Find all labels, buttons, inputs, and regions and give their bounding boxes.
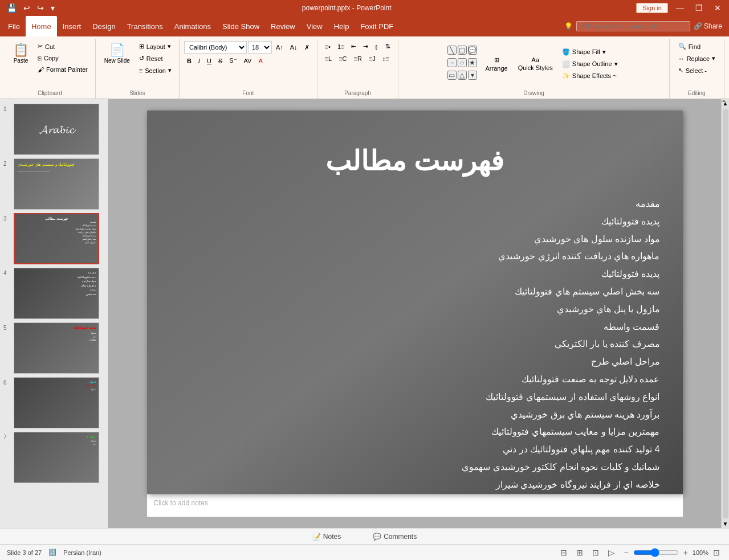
menu-insert[interactable]: Insert [57,16,87,36]
arrange-button[interactable]: ⊞ Arrange [482,54,512,75]
replace-button[interactable]: ↔ Replace ▾ [674,53,719,64]
slide-thumb-7[interactable]: 7 عنوان ۷ محتوامتن [3,432,104,483]
menu-transitions[interactable]: Transitions [121,16,169,36]
comments-tab[interactable]: 💬 Comments [368,530,421,543]
find-button[interactable]: 🔍 Find [674,41,704,52]
menu-view[interactable]: View [301,16,328,36]
increase-font-button[interactable]: A↑ [273,42,286,52]
undo-button[interactable]: ↩ [21,2,32,14]
menu-foxit[interactable]: Foxit PDF [355,16,399,36]
bullets-button[interactable]: ≡• [322,42,333,52]
justify-button[interactable]: ≡J [366,54,378,64]
text-direction-button[interactable]: ⇅ [382,41,393,52]
shape-fill-button[interactable]: 🪣 Shape Fill ▾ [559,47,621,58]
customize-qa-button[interactable]: ▾ [48,2,57,14]
columns-button[interactable]: ⫿ [372,42,381,52]
slide-thumb-3[interactable]: 3 فهرست مطالب مقدمهپديده فتوولتائيكمواد … [3,213,104,264]
slideshow-button[interactable]: ▷ [606,547,617,558]
slide-image-7[interactable]: عنوان ۷ محتوامتن [14,432,99,483]
quick-styles-button[interactable]: Aa Quick Styles [514,54,557,74]
line-spacing-button[interactable]: ↕≡ [380,54,392,64]
menu-design[interactable]: Design [87,16,121,36]
more-shapes[interactable]: ▾ [468,71,477,80]
underline-button[interactable]: U [204,56,214,66]
align-center-button[interactable]: ≡C [336,54,349,64]
new-slide-button[interactable]: 📄 New Slide [100,41,134,67]
align-right-button[interactable]: ≡R [351,54,365,64]
rounded-rect-shape[interactable]: ▢ [458,46,467,55]
numbering-button[interactable]: 1≡ [335,42,348,52]
star-shape[interactable]: ★ [468,58,477,67]
maximize-button[interactable]: ❐ [692,2,706,14]
close-button[interactable]: ✕ [711,2,724,14]
copy-button[interactable]: ⎘ Copy [35,53,91,63]
fit-slide-button[interactable]: ⊡ [711,547,722,558]
right-scrollbar[interactable]: ▲ ▼ [721,99,729,528]
reset-button[interactable]: ↺ Reset [136,53,174,64]
zoom-level: 100% [693,549,708,556]
layout-button[interactable]: ⊞ Layout ▾ [136,41,174,52]
slide-notes-area[interactable]: Click to add notes [147,494,683,517]
normal-view-button[interactable]: ⊟ [558,547,569,558]
zoom-slider[interactable] [633,548,679,557]
clear-format-button[interactable]: ✗ [302,42,312,53]
font-size-select[interactable]: 18 [248,41,272,54]
align-left-button[interactable]: ≡L [322,54,335,64]
line-shape[interactable]: ╲ [447,46,457,55]
menu-slideshow[interactable]: Slide Show [217,16,265,36]
triangle-shape[interactable]: △ [458,71,467,80]
shape-outline-button[interactable]: ⬜ Shape Outline ▾ [559,59,621,70]
slide-thumb-5[interactable]: 5 پديده فتوولتائيك محتوامتناطلاعات [3,322,104,374]
italic-button[interactable]: I [196,56,203,66]
slide-image-1[interactable]: 𝓐𝓻𝓪𝓫𝓲𝓬 [14,104,99,155]
menu-review[interactable]: Review [265,16,301,36]
minimize-button[interactable]: — [673,2,687,14]
slide-thumb-2[interactable]: 2 فتوولتائيك و سيستم هاي خورشيدي ───────… [3,158,104,210]
slide-image-5[interactable]: پديده فتوولتائيك محتوامتناطلاعات [14,322,99,374]
char-spacing-button[interactable]: AV [241,56,255,66]
strikethrough-button[interactable]: S [215,56,225,66]
scroll-thumb [723,109,728,518]
scroll-down-button[interactable]: ▼ [723,521,728,527]
decrease-indent-button[interactable]: ⇤ [348,41,359,52]
increase-indent-button[interactable]: ⇥ [360,41,371,52]
menu-file[interactable]: File [2,16,26,36]
tell-me-input[interactable] [576,21,690,31]
cut-button[interactable]: ✂ Cut [35,41,91,52]
slide-canvas[interactable]: فهرست مطالب مقدمه پديده فتوولتائيك مواد … [147,111,683,494]
slide-image-2[interactable]: فتوولتائيك و سيستم هاي خورشيدي ─────────… [14,158,99,210]
format-painter-button[interactable]: 🖌 Format Painter [35,64,91,75]
slide-item-2: مواد سازنده سلول هاي خورشيدي [462,231,659,248]
signin-button[interactable]: Sign in [636,3,668,13]
shadow-button[interactable]: S⁻ [226,55,239,66]
slide-thumb-1[interactable]: 1 𝓐𝓻𝓪𝓫𝓲𝓬 [3,104,104,155]
slide-thumb-4[interactable]: 4 مقدمهپديده فتوولتائيكمواد سازندهماهوار… [3,268,104,319]
rect-shape[interactable]: ▭ [447,71,457,80]
notes-tab[interactable]: 📝 Notes [308,530,345,543]
callout-shape[interactable]: 💬 [468,46,477,55]
paste-button[interactable]: 📋 Paste [9,41,32,67]
share-button[interactable]: 🔗 Share [694,22,722,30]
zoom-out-button[interactable]: − [621,547,630,558]
slide-image-6[interactable]: عنوان نكات مهم محتوا [14,377,99,428]
slide-image-4[interactable]: مقدمهپديده فتوولتائيكمواد سازندهماهواره … [14,268,99,319]
font-family-select[interactable]: Calibri (Body) [184,41,247,54]
zoom-in-button[interactable]: + [681,547,690,558]
slide-thumb-6[interactable]: 6 عنوان نكات مهم محتوا [3,377,104,428]
oval-shape[interactable]: ○ [458,58,467,67]
menu-animations[interactable]: Animations [169,16,217,36]
select-button[interactable]: ↖ Select - [674,65,711,76]
slide-sorter-button[interactable]: ⊞ [574,547,585,558]
font-color-button[interactable]: A [255,56,265,66]
decrease-font-button[interactable]: A↓ [287,42,300,52]
slide-image-3[interactable]: فهرست مطالب مقدمهپديده فتوولتائيكمواد سا… [14,213,99,264]
shape-effects-button[interactable]: ✨ Shape Effects ~ [559,71,621,81]
menu-home[interactable]: Home [26,16,57,36]
reading-view-button[interactable]: ⊡ [590,547,601,558]
arrow-shape[interactable]: → [447,58,457,67]
section-button[interactable]: ≡ Section ▾ [136,65,174,76]
menu-help[interactable]: Help [328,16,355,36]
bold-button[interactable]: B [184,56,194,66]
redo-button[interactable]: ↪ [35,2,46,14]
save-button[interactable]: 💾 [5,2,19,14]
